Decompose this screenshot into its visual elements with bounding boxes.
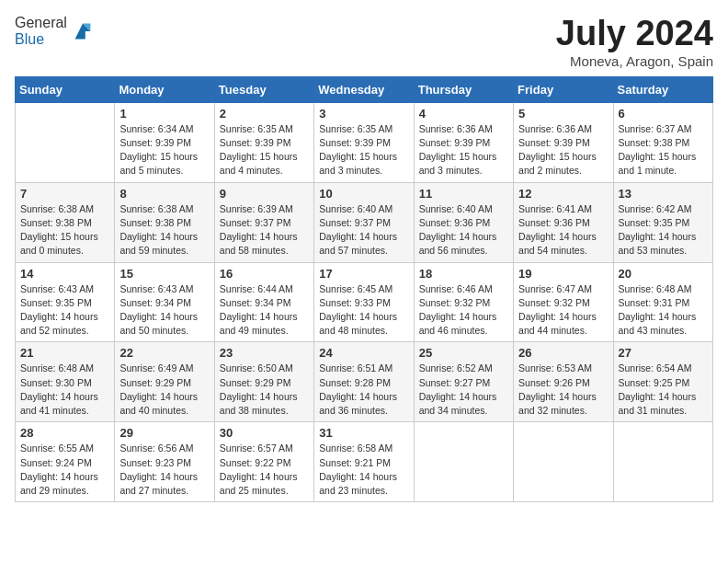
day-info: Sunrise: 6:56 AMSunset: 9:23 PMDaylight:… bbox=[119, 442, 209, 498]
day-number: 23 bbox=[220, 346, 309, 360]
calendar-cell: 9Sunrise: 6:39 AMSunset: 9:37 PMDaylight… bbox=[214, 182, 313, 262]
calendar-cell: 15Sunrise: 6:43 AMSunset: 9:34 PMDayligh… bbox=[115, 262, 214, 342]
header-day-wednesday: Wednesday bbox=[314, 76, 414, 102]
header-day-saturday: Saturday bbox=[613, 76, 712, 102]
logo: General Blue bbox=[15, 15, 96, 48]
day-info: Sunrise: 6:43 AMSunset: 9:35 PMDaylight:… bbox=[20, 282, 109, 339]
header-day-tuesday: Tuesday bbox=[214, 76, 313, 102]
day-info: Sunrise: 6:37 AMSunset: 9:38 PMDaylight:… bbox=[619, 122, 708, 178]
day-info: Sunrise: 6:53 AMSunset: 9:26 PMDaylight:… bbox=[518, 362, 608, 418]
title-block: July 2024 Moneva, Aragon, Spain bbox=[556, 15, 713, 69]
day-number: 31 bbox=[319, 426, 408, 440]
calendar-cell bbox=[414, 422, 513, 502]
header-day-sunday: Sunday bbox=[16, 76, 115, 102]
day-number: 24 bbox=[319, 346, 408, 360]
logo-icon bbox=[70, 18, 96, 44]
calendar-week-3: 14Sunrise: 6:43 AMSunset: 9:35 PMDayligh… bbox=[16, 262, 713, 342]
day-info: Sunrise: 6:45 AMSunset: 9:33 PMDaylight:… bbox=[319, 282, 408, 339]
day-info: Sunrise: 6:43 AMSunset: 9:34 PMDaylight:… bbox=[119, 282, 209, 339]
calendar-cell: 1Sunrise: 6:34 AMSunset: 9:39 PMDaylight… bbox=[115, 102, 214, 182]
calendar-cell bbox=[514, 422, 613, 502]
day-number: 21 bbox=[20, 346, 109, 360]
calendar-cell: 11Sunrise: 6:40 AMSunset: 9:36 PMDayligh… bbox=[414, 182, 513, 262]
logo-general: General bbox=[15, 15, 67, 30]
day-info: Sunrise: 6:40 AMSunset: 9:37 PMDaylight:… bbox=[319, 202, 408, 259]
calendar-week-1: 1Sunrise: 6:34 AMSunset: 9:39 PMDaylight… bbox=[16, 102, 713, 182]
day-info: Sunrise: 6:57 AMSunset: 9:22 PMDaylight:… bbox=[220, 442, 309, 498]
day-info: Sunrise: 6:42 AMSunset: 9:35 PMDaylight:… bbox=[619, 202, 708, 259]
day-info: Sunrise: 6:49 AMSunset: 9:29 PMDaylight:… bbox=[119, 362, 209, 418]
calendar-cell: 14Sunrise: 6:43 AMSunset: 9:35 PMDayligh… bbox=[16, 262, 115, 342]
day-info: Sunrise: 6:35 AMSunset: 9:39 PMDaylight:… bbox=[319, 122, 408, 178]
day-number: 3 bbox=[319, 107, 408, 121]
calendar-cell: 26Sunrise: 6:53 AMSunset: 9:26 PMDayligh… bbox=[514, 342, 613, 422]
day-number: 8 bbox=[119, 187, 209, 201]
month-title: July 2024 bbox=[556, 15, 713, 53]
calendar-week-2: 7Sunrise: 6:38 AMSunset: 9:38 PMDaylight… bbox=[16, 182, 713, 262]
day-number: 25 bbox=[419, 346, 508, 360]
day-info: Sunrise: 6:38 AMSunset: 9:38 PMDaylight:… bbox=[119, 202, 209, 259]
calendar-cell: 31Sunrise: 6:58 AMSunset: 9:21 PMDayligh… bbox=[314, 422, 414, 502]
day-info: Sunrise: 6:52 AMSunset: 9:27 PMDaylight:… bbox=[419, 362, 508, 418]
header-day-friday: Friday bbox=[514, 76, 613, 102]
calendar-cell: 19Sunrise: 6:47 AMSunset: 9:32 PMDayligh… bbox=[514, 262, 613, 342]
header-day-thursday: Thursday bbox=[414, 76, 513, 102]
day-info: Sunrise: 6:47 AMSunset: 9:32 PMDaylight:… bbox=[518, 282, 608, 339]
day-info: Sunrise: 6:35 AMSunset: 9:39 PMDaylight:… bbox=[220, 122, 309, 178]
day-number: 22 bbox=[119, 346, 209, 360]
day-info: Sunrise: 6:39 AMSunset: 9:37 PMDaylight:… bbox=[220, 202, 309, 259]
day-number: 16 bbox=[220, 267, 309, 281]
calendar-cell: 21Sunrise: 6:48 AMSunset: 9:30 PMDayligh… bbox=[16, 342, 115, 422]
day-number: 1 bbox=[119, 107, 209, 121]
calendar-cell: 10Sunrise: 6:40 AMSunset: 9:37 PMDayligh… bbox=[314, 182, 414, 262]
day-number: 14 bbox=[20, 267, 109, 281]
location: Moneva, Aragon, Spain bbox=[556, 53, 713, 69]
calendar-cell: 5Sunrise: 6:36 AMSunset: 9:39 PMDaylight… bbox=[514, 102, 613, 182]
day-info: Sunrise: 6:54 AMSunset: 9:25 PMDaylight:… bbox=[619, 362, 708, 418]
calendar-cell: 4Sunrise: 6:36 AMSunset: 9:39 PMDaylight… bbox=[414, 102, 513, 182]
calendar-cell: 16Sunrise: 6:44 AMSunset: 9:34 PMDayligh… bbox=[214, 262, 313, 342]
calendar-cell: 13Sunrise: 6:42 AMSunset: 9:35 PMDayligh… bbox=[613, 182, 712, 262]
day-number: 28 bbox=[20, 426, 109, 440]
day-number: 17 bbox=[319, 267, 408, 281]
day-info: Sunrise: 6:55 AMSunset: 9:24 PMDaylight:… bbox=[20, 442, 109, 498]
day-info: Sunrise: 6:34 AMSunset: 9:39 PMDaylight:… bbox=[119, 122, 209, 178]
calendar-cell: 2Sunrise: 6:35 AMSunset: 9:39 PMDaylight… bbox=[214, 102, 313, 182]
day-info: Sunrise: 6:50 AMSunset: 9:29 PMDaylight:… bbox=[220, 362, 309, 418]
calendar-cell: 7Sunrise: 6:38 AMSunset: 9:38 PMDaylight… bbox=[16, 182, 115, 262]
day-info: Sunrise: 6:36 AMSunset: 9:39 PMDaylight:… bbox=[518, 122, 608, 178]
calendar-cell: 17Sunrise: 6:45 AMSunset: 9:33 PMDayligh… bbox=[314, 262, 414, 342]
logo-text: General Blue bbox=[15, 15, 96, 48]
calendar-cell: 3Sunrise: 6:35 AMSunset: 9:39 PMDaylight… bbox=[314, 102, 414, 182]
day-number: 29 bbox=[119, 426, 209, 440]
day-number: 20 bbox=[619, 267, 708, 281]
day-number: 26 bbox=[518, 346, 608, 360]
day-info: Sunrise: 6:46 AMSunset: 9:32 PMDaylight:… bbox=[419, 282, 508, 339]
day-number: 5 bbox=[518, 107, 608, 121]
calendar-body: 1Sunrise: 6:34 AMSunset: 9:39 PMDaylight… bbox=[16, 102, 713, 501]
day-number: 30 bbox=[220, 426, 309, 440]
calendar-table: SundayMondayTuesdayWednesdayThursdayFrid… bbox=[15, 76, 713, 502]
day-number: 18 bbox=[419, 267, 508, 281]
day-number: 6 bbox=[619, 107, 708, 121]
day-info: Sunrise: 6:41 AMSunset: 9:36 PMDaylight:… bbox=[518, 202, 608, 259]
calendar-cell: 23Sunrise: 6:50 AMSunset: 9:29 PMDayligh… bbox=[214, 342, 313, 422]
logo-blue: Blue bbox=[15, 31, 44, 47]
day-number: 12 bbox=[518, 187, 608, 201]
calendar-week-5: 28Sunrise: 6:55 AMSunset: 9:24 PMDayligh… bbox=[16, 422, 713, 502]
day-number: 9 bbox=[220, 187, 309, 201]
calendar-cell: 28Sunrise: 6:55 AMSunset: 9:24 PMDayligh… bbox=[16, 422, 115, 502]
calendar-cell: 8Sunrise: 6:38 AMSunset: 9:38 PMDaylight… bbox=[115, 182, 214, 262]
day-number: 2 bbox=[220, 107, 309, 121]
calendar-cell: 29Sunrise: 6:56 AMSunset: 9:23 PMDayligh… bbox=[115, 422, 214, 502]
day-number: 4 bbox=[419, 107, 508, 121]
header-day-monday: Monday bbox=[115, 76, 214, 102]
day-info: Sunrise: 6:38 AMSunset: 9:38 PMDaylight:… bbox=[20, 202, 109, 259]
calendar-cell: 22Sunrise: 6:49 AMSunset: 9:29 PMDayligh… bbox=[115, 342, 214, 422]
day-info: Sunrise: 6:48 AMSunset: 9:30 PMDaylight:… bbox=[20, 362, 109, 418]
calendar-cell: 30Sunrise: 6:57 AMSunset: 9:22 PMDayligh… bbox=[214, 422, 313, 502]
calendar-cell: 6Sunrise: 6:37 AMSunset: 9:38 PMDaylight… bbox=[613, 102, 712, 182]
day-info: Sunrise: 6:36 AMSunset: 9:39 PMDaylight:… bbox=[419, 122, 508, 178]
calendar-cell: 27Sunrise: 6:54 AMSunset: 9:25 PMDayligh… bbox=[613, 342, 712, 422]
calendar-cell: 18Sunrise: 6:46 AMSunset: 9:32 PMDayligh… bbox=[414, 262, 513, 342]
